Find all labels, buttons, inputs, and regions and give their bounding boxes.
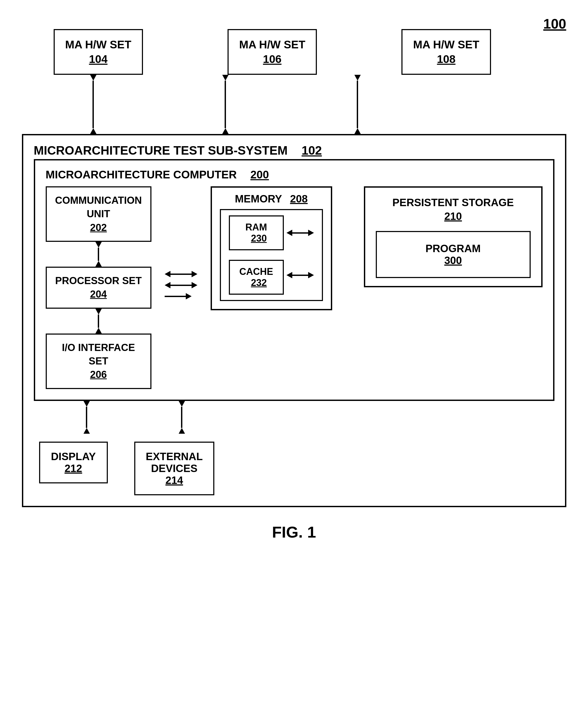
arrowhead-left	[287, 272, 292, 278]
communication-unit-ref: 202	[55, 221, 143, 234]
ram-row: RAM 230	[229, 215, 314, 250]
hw-set-106-ref: 106	[239, 52, 305, 67]
computer-label-text: MICROARCHITECTURE COMPUTER	[46, 168, 237, 181]
arrow-106-down	[222, 75, 229, 134]
memory-outer-box: MEMORY 208 RAM 230	[211, 186, 332, 310]
arrow-stem	[98, 248, 99, 261]
arrowhead-right	[186, 293, 192, 299]
page-container: 100 MA H/W SET 104 MA H/W SET 106 MA H/W…	[22, 16, 566, 541]
arrowhead-down	[84, 401, 90, 407]
arrow-stem	[225, 81, 226, 128]
arrow-stem	[98, 315, 99, 328]
arrow-proc-mem-1	[165, 271, 197, 277]
bottom-devices-row: DISPLAY 212 EXTERNALDEVICES 214	[34, 442, 554, 495]
arrow-stem-h	[165, 296, 186, 297]
arrowhead-down	[178, 401, 185, 407]
arrow-io-mem	[165, 293, 197, 299]
io-interface-set-box: I/O INTERFACE SET 206	[46, 334, 151, 389]
program-ref: 300	[393, 254, 514, 266]
cache-row: CACHE 232	[229, 256, 314, 295]
processor-set-box: PROCESSOR SET 204	[46, 267, 151, 309]
hw-set-104: MA H/W SET 104	[54, 29, 143, 75]
hw-set-108: MA H/W SET 108	[401, 29, 491, 75]
display-box: DISPLAY 212	[39, 442, 108, 483]
external-devices-label: EXTERNALDEVICES	[146, 451, 203, 474]
arrowhead-right	[192, 271, 197, 277]
arrow-stem-h	[292, 232, 308, 234]
arrowhead-left	[165, 282, 170, 288]
arrowhead-up	[178, 428, 185, 434]
program-label: PROGRAM	[425, 243, 481, 254]
hw-set-108-ref: 108	[413, 52, 479, 67]
ram-ref: 230	[251, 233, 267, 244]
persistent-storage-label: PERSISTENT STORAGE 210	[376, 195, 531, 223]
arrowhead-down	[96, 309, 102, 315]
io-interface-label: I/O INTERFACE SET	[62, 342, 135, 367]
arrow-proc-mem-2	[165, 282, 197, 288]
memory-ref: 208	[290, 193, 308, 205]
arrow-stem-h	[292, 275, 308, 276]
hw-set-106-label: MA H/W SET	[239, 38, 305, 51]
memory-inner-box: RAM 230	[220, 209, 323, 301]
cache-box: CACHE 232	[229, 260, 284, 295]
arrowhead-right	[308, 272, 314, 278]
hw-set-104-label: MA H/W SET	[65, 38, 131, 51]
processor-set-label: PROCESSOR SET	[55, 275, 142, 286]
storage-section: PERSISTENT STORAGE 210 PROGRAM 300	[364, 186, 543, 287]
system-box: MICROARCHITECTURE TEST SUB-SYSTEM 102 MI…	[22, 134, 566, 507]
computer-ref: 200	[250, 168, 269, 181]
communication-unit-label: COMMUNICATIONUNIT	[55, 195, 142, 219]
arrow-104-down	[90, 75, 97, 134]
arrow-108-down	[354, 75, 361, 134]
program-box: PROGRAM 300	[376, 231, 531, 278]
persistent-storage-box: PERSISTENT STORAGE 210 PROGRAM 300	[364, 186, 543, 287]
arrowhead-up	[354, 128, 361, 134]
arrowhead-up	[84, 428, 90, 434]
arrow-stem	[92, 81, 94, 128]
io-interface-ref: 206	[55, 368, 143, 381]
arrow-stem	[86, 407, 87, 428]
arrow-stem	[181, 407, 182, 428]
figure-caption: FIG. 1	[272, 523, 316, 541]
arrowhead-down	[222, 75, 229, 81]
arrowhead-right	[192, 282, 197, 288]
arrow-stem-h	[170, 274, 192, 275]
arrow-ram-storage	[287, 230, 314, 236]
arrowhead-left	[287, 230, 292, 236]
arrow-io-display	[84, 401, 90, 434]
system-ref: 102	[301, 144, 322, 157]
external-devices-ref: 214	[146, 475, 203, 486]
hw-set-106: MA H/W SET 106	[228, 29, 317, 75]
arrowhead-left	[165, 271, 170, 277]
arrowhead-down	[354, 75, 361, 81]
arrow-stem	[357, 81, 358, 128]
arrowhead-down	[96, 242, 102, 248]
arrowhead-right	[308, 230, 314, 236]
arrow-cache-storage	[287, 272, 314, 278]
communication-unit-box: COMMUNICATIONUNIT 202	[46, 186, 151, 242]
memory-label: MEMORY 208	[220, 193, 323, 205]
arrowhead-up	[96, 328, 102, 334]
system-label: MICROARCHITECTURE TEST SUB-SYSTEM 102	[34, 143, 554, 158]
arrowhead-up	[96, 261, 102, 267]
display-ref: 212	[51, 462, 96, 475]
memory-section: MEMORY 208 RAM 230	[211, 186, 332, 310]
hw-set-104-ref: 104	[65, 52, 131, 67]
hw-set-108-label: MA H/W SET	[413, 38, 479, 51]
processor-set-ref: 204	[55, 288, 143, 301]
computer-box: MICROARCHITECTURE COMPUTER 200 COMMUNICA…	[34, 159, 554, 401]
arrow-stem-h	[170, 285, 192, 286]
arrow-comm-proc	[96, 242, 102, 267]
display-label: DISPLAY	[51, 451, 96, 462]
external-devices-box: EXTERNALDEVICES 214	[134, 442, 215, 495]
system-label-text: MICROARCHITECTURE TEST SUB-SYSTEM	[34, 144, 288, 157]
arrow-proc-io	[96, 309, 102, 334]
arrowhead-up	[90, 128, 97, 134]
cache-ref: 232	[251, 277, 267, 288]
arrow-io-external	[178, 401, 185, 434]
arrowhead-up	[222, 128, 229, 134]
ram-box: RAM 230	[229, 215, 284, 250]
computer-label: MICROARCHITECTURE COMPUTER 200	[46, 168, 543, 181]
arrowhead-down	[90, 75, 97, 81]
persistent-storage-ref: 210	[376, 209, 531, 223]
